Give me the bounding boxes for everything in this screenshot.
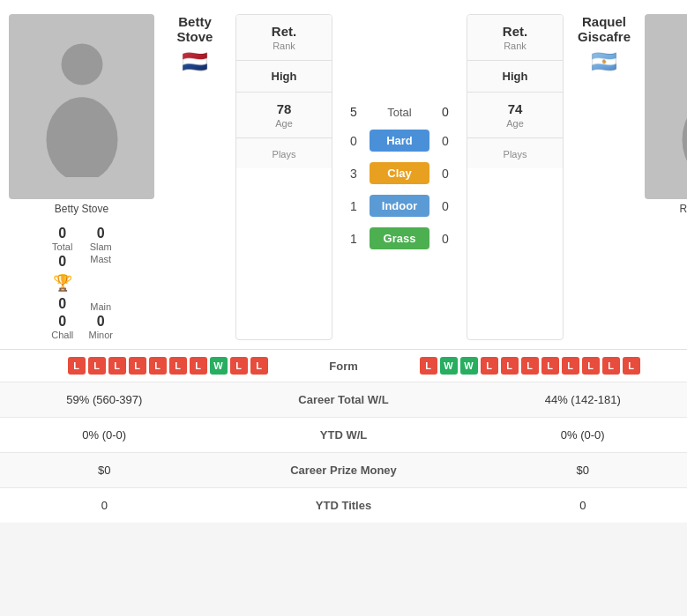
stats-left: $0 [0,453,209,488]
player1-slam-value: 0 [97,226,105,241]
stats-table: 59% (560-397) Career Total W/L 44% (142-… [0,382,687,523]
top-section: Betty Stove 0 Total 0 Slam 0 🏆 0 Mast M [0,0,687,349]
player1-mast-value: 0 [58,254,66,270]
form-badge: L [481,357,498,375]
form-badge: L [129,357,146,375]
form-badge: L [541,357,559,375]
player1-mast-stat: 0 🏆 0 [50,254,75,312]
player2-col: Raquel Giscafre 1 Total 0 Slam 0 🏆 0 Mas… [645,14,687,340]
player2-age-value: 74 [508,101,523,116]
player1-age-value: 78 [277,101,292,116]
hard-left: 0 [341,134,366,148]
hard-right: 0 [433,134,458,148]
stats-row: 0% (0-0) YTD W/L 0% (0-0) [0,418,687,453]
form-badge: L [108,357,126,375]
player2-high-label: High [503,70,528,83]
player2-high-cell: High [467,61,563,93]
stats-tbody: 59% (560-397) Career Total W/L 44% (142-… [0,382,687,523]
player1-trophy-icon: 🏆 [53,273,72,293]
player1-form-badges: LLLLLLLWLL [9,357,268,375]
form-badge: L [582,357,600,375]
player1-plays-label: Plays [273,149,296,160]
player2-plays-label: Plays [504,149,527,160]
player1-rank-label: Rank [273,41,295,51]
form-badge: L [420,357,437,375]
player1-stats: 0 Total 0 Slam 0 🏆 0 Mast Main 0 [50,226,113,340]
player1-minor-stat: 0 Minor [89,314,114,340]
total-row: 5 Total 0 [341,100,458,124]
player1-slam-stat: 0 Slam [89,226,114,252]
total-label: Total [366,106,433,119]
stats-row: 0 YTD Titles 0 [0,488,687,523]
form-label: Form [273,360,414,373]
total-right: 0 [433,105,458,119]
player2-photo [645,14,687,199]
player2-flag: 🇦🇷 [591,49,617,74]
indoor-right: 0 [433,199,458,213]
player1-info: Betty Stove 🇳🇱 [160,14,230,340]
player1-flag: 🇳🇱 [182,49,208,74]
grass-left: 1 [341,232,366,246]
player2-form-badges: LWWLLLLLLLL [420,357,679,375]
player1-plays-cell: Plays [236,138,332,168]
stats-center: YTD W/L [209,418,479,453]
hard-row: 0 Hard 0 [341,124,458,157]
indoor-row: 1 Indoor 0 [341,189,458,222]
player1-name-below: Betty Stove [55,203,108,215]
clay-right: 0 [433,167,458,181]
form-badge: W [440,357,458,375]
player1-minor-value: 0 [97,314,105,330]
player2-rank-cell: Ret. Rank [467,15,563,61]
form-badge: L [88,357,106,375]
form-badge: L [230,357,248,375]
stats-right: 0% (0-0) [478,418,687,453]
stats-row: $0 Career Prize Money $0 [0,453,687,488]
player2-plays-cell: Plays [467,138,563,168]
form-badge: L [602,357,620,375]
player1-age-cell: 78 Age [236,93,332,138]
stats-row: 59% (560-397) Career Total W/L 44% (142-… [0,382,687,418]
form-badge: L [149,357,167,375]
player1-chall-value: 0 [58,314,66,330]
stats-left: 59% (560-397) [0,382,209,418]
main-container: Betty Stove 0 Total 0 Slam 0 🏆 0 Mast M [0,0,687,523]
stats-center: Career Prize Money [209,453,479,488]
form-badge: L [562,357,579,375]
player1-name: Betty Stove [163,14,227,44]
player2-age-cell: 74 Age [467,93,563,138]
player1-main-value: 0 [58,296,66,312]
stats-center: Career Total W/L [209,382,479,418]
form-badge: L [501,357,519,375]
player1-middle-panel: Ret. Rank High 78 Age Plays [235,14,332,340]
grass-row: 1 Grass 0 [341,222,458,255]
form-badge: L [521,357,539,375]
player1-silhouette [34,36,131,177]
player1-age-label: Age [275,118,293,129]
svg-point-3 [682,97,687,177]
player1-high-cell: High [236,61,332,93]
form-badge: L [250,357,268,375]
clay-pill: Clay [370,162,429,184]
player1-col: Betty Stove 0 Total 0 Slam 0 🏆 0 Mast M [9,14,154,340]
player2-name: Raquel Giscafre [572,14,636,44]
player1-chall-stat: 0 Chall [50,314,75,340]
player2-rank-label: Rank [504,41,526,51]
indoor-left: 1 [341,199,366,213]
stats-right: $0 [478,453,687,488]
player1-high-label: High [272,70,297,83]
clay-row: 3 Clay 0 [341,157,458,189]
player1-photo [9,14,154,199]
player2-silhouette [669,36,688,177]
indoor-pill: Indoor [370,195,429,217]
player1-total-stat: 0 Total [50,226,75,252]
grass-right: 0 [433,232,458,246]
total-left: 5 [341,105,366,119]
player2-name-below: Raquel Giscafre [679,203,687,215]
player1-rank-cell: Ret. Rank [236,15,332,61]
stats-right: 44% (142-181) [478,382,687,418]
clay-left: 3 [341,167,366,181]
form-badge: W [460,357,478,375]
player2-age-label: Age [506,118,524,129]
center-column: 5 Total 0 0 Hard 0 3 Clay 0 1 Indoor 0 [338,14,461,340]
stats-left: 0% (0-0) [0,418,209,453]
